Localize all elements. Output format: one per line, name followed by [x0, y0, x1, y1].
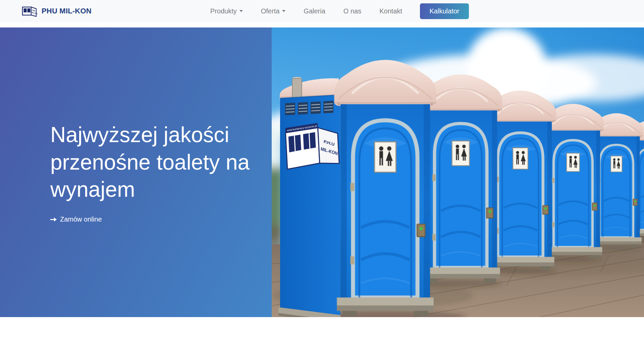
- hero-photo: www.kontenery-szczecin.pl P.H.U MIL-KON: [272, 27, 644, 317]
- chevron-down-icon: [239, 10, 243, 12]
- main-nav: Produkty Oferta Galeria O nas Kontakt: [201, 4, 411, 18]
- order-online-label: Zamów online: [60, 216, 102, 223]
- order-online-link[interactable]: Zamów online: [50, 216, 102, 223]
- hero-heading: Najwyższej jakości przenośne toalety na …: [50, 121, 278, 204]
- nav-item-produkty[interactable]: Produkty: [201, 4, 252, 18]
- container-logo-icon: PHU MIL-KON: [21, 4, 38, 18]
- hero-text-panel: Najwyższej jakości przenośne toalety na …: [0, 27, 272, 317]
- portable-toilets-illustration: www.kontenery-szczecin.pl P.H.U MIL-KON: [272, 27, 644, 317]
- hero-section: Najwyższej jakości przenośne toalety na …: [0, 27, 644, 317]
- nav-item-kontakt[interactable]: Kontakt: [370, 4, 411, 18]
- toilet-1: www.kontenery-szczecin.pl P.H.U MIL-KON: [278, 60, 436, 317]
- brand-logo[interactable]: PHU MIL-KON PHU MIL-KON: [21, 4, 92, 18]
- nav-item-o-nas[interactable]: O nas: [334, 4, 370, 18]
- arrow-right-icon: [50, 217, 57, 222]
- chevron-down-icon: [282, 10, 285, 12]
- kalkulator-button[interactable]: Kalkulator: [420, 3, 469, 19]
- navbar: PHU MIL-KON PHU MIL-KON Produkty Oferta …: [0, 0, 644, 22]
- nav-item-oferta[interactable]: Oferta: [252, 4, 295, 18]
- brand-name: PHU MIL-KON: [42, 7, 92, 15]
- nav-item-galeria[interactable]: Galeria: [294, 4, 334, 18]
